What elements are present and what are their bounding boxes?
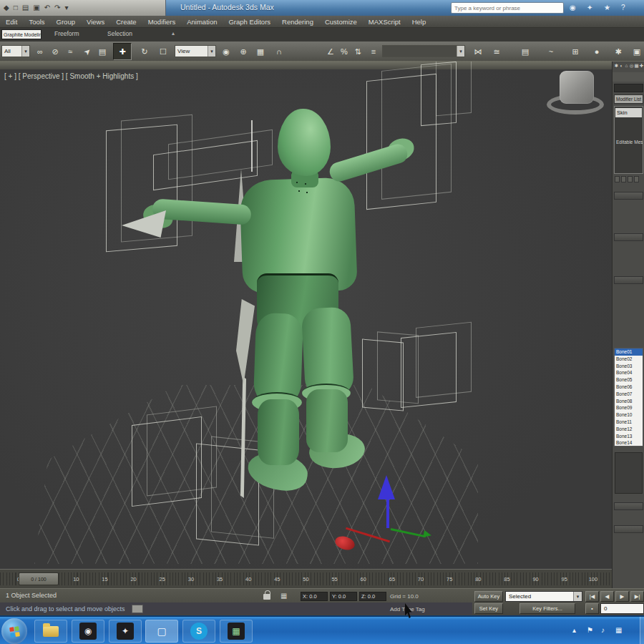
selection-filter-dropdown[interactable]: All xyxy=(1,45,30,57)
bone-list-item[interactable]: Bone08 xyxy=(615,398,643,405)
tab-hierarchy-icon[interactable]: ⌂ xyxy=(624,63,629,68)
auto-key-button[interactable]: Auto Key xyxy=(474,591,503,602)
select-object-icon[interactable]: ➤ xyxy=(80,42,94,62)
perspective-viewport[interactable]: [ + ] [ Perspective ] [ Smooth + Highlig… xyxy=(0,62,612,569)
x-coordinate-field[interactable]: X: 0.0 xyxy=(301,592,328,601)
set-key-button[interactable]: Set Key xyxy=(474,603,503,614)
bone-envelope-box[interactable] xyxy=(362,338,404,411)
go-to-start-button[interactable]: |◀ xyxy=(585,591,599,602)
ribbon-tab-selection[interactable]: Selection xyxy=(107,30,132,37)
tab-utilities-icon[interactable]: ✚ xyxy=(639,63,644,69)
bone-list-item[interactable]: Bone07 xyxy=(615,391,643,398)
track-bar-ruler[interactable]: 0510152025303540455055606570758085909510… xyxy=(0,569,612,588)
taskbar-skype-button[interactable]: S xyxy=(182,620,215,643)
tray-volume-icon[interactable]: ♪ xyxy=(601,626,605,634)
select-and-move-icon[interactable]: ✚ xyxy=(113,43,132,60)
stack-button[interactable] xyxy=(634,176,639,182)
align-icon[interactable]: ≅ xyxy=(489,42,504,62)
bone-list-item[interactable]: Bone05 xyxy=(615,376,643,384)
tray-action-center-icon[interactable]: ⚑ xyxy=(587,626,593,634)
undo-icon[interactable]: ↶ xyxy=(44,0,50,16)
bone-envelope-box[interactable] xyxy=(421,62,457,126)
absolute-offset-mode-icon[interactable]: ▦ xyxy=(280,592,287,600)
bind-to-space-warp-icon[interactable]: ≈ xyxy=(63,42,77,62)
gizmo-z-axis-icon[interactable] xyxy=(378,475,395,499)
material-editor-icon[interactable]: ● xyxy=(590,42,604,62)
tray-show-hidden-icon[interactable]: ▴ xyxy=(572,626,576,634)
snap-toggle-icon[interactable]: ∩ xyxy=(272,42,286,62)
taskbar-app-button[interactable]: ◉ xyxy=(72,620,104,643)
application-button-icon[interactable]: ◆ xyxy=(4,0,9,16)
menu-help[interactable]: Help xyxy=(406,16,432,27)
tab-display-icon[interactable]: ▦ xyxy=(634,63,639,69)
show-desktop-button[interactable] xyxy=(640,617,644,644)
bone-list-item[interactable]: Bone14 xyxy=(615,439,643,447)
menu-create[interactable]: Create xyxy=(110,16,142,27)
percent-snap-icon[interactable]: % xyxy=(337,42,351,62)
y-coordinate-field[interactable]: Y: 0.0 xyxy=(330,592,357,601)
layer-manager-icon[interactable]: ▤ xyxy=(518,42,532,62)
modifier-stack-item[interactable]: Editable Mesh xyxy=(616,140,643,145)
taskbar-app-button[interactable]: ✦ xyxy=(109,620,142,643)
unlink-selection-icon[interactable]: ⊘ xyxy=(48,42,62,62)
search-icon[interactable]: ◉ xyxy=(570,2,576,14)
angle-snap-icon[interactable]: ∠ xyxy=(323,42,338,62)
taskbar-app-button[interactable]: ▦ xyxy=(220,620,253,643)
rendered-frame-window-icon[interactable]: ▣ xyxy=(630,42,644,62)
tab-motion-icon[interactable]: ◎ xyxy=(629,63,634,69)
rollout-header[interactable] xyxy=(614,525,643,533)
bone-list-item[interactable]: Bone03 xyxy=(615,363,643,370)
bone-list-item[interactable]: Bone09 xyxy=(615,404,643,411)
bone-envelope-box[interactable] xyxy=(401,332,457,408)
character-left-calf[interactable] xyxy=(258,399,299,465)
time-slider-handle[interactable]: 0 / 100 xyxy=(19,572,59,585)
menu-edit[interactable]: Edit xyxy=(0,16,23,27)
play-button[interactable]: ▶ xyxy=(615,591,629,602)
mirror-icon[interactable]: ⋈ xyxy=(471,42,485,62)
reference-coordinate-system-dropdown[interactable]: View xyxy=(175,45,216,57)
schematic-view-icon[interactable]: ⊞ xyxy=(568,42,582,62)
select-and-manipulate-icon[interactable]: ⊕ xyxy=(236,42,250,62)
help-icon[interactable]: ? xyxy=(621,2,625,14)
selection-lock-icon[interactable] xyxy=(263,594,270,600)
tray-network-icon[interactable]: ▦ xyxy=(615,626,622,634)
curve-editor-icon[interactable]: ~ xyxy=(544,42,558,62)
stack-button[interactable] xyxy=(615,176,620,182)
render-setup-icon[interactable]: ✱ xyxy=(611,42,625,62)
character-head[interactable] xyxy=(278,109,331,176)
bone-list-item[interactable]: Bone13 xyxy=(615,433,643,440)
z-coordinate-field[interactable]: Z: 0.0 xyxy=(359,592,386,601)
stack-button[interactable] xyxy=(621,176,626,182)
character-right-calf[interactable] xyxy=(306,389,348,452)
bone-list-item[interactable]: Bone02 xyxy=(615,356,643,363)
save-file-icon[interactable]: ▣ xyxy=(33,0,39,16)
maxscript-mini-listener[interactable] xyxy=(132,605,143,613)
bone-list-item[interactable]: Bone11 xyxy=(615,419,643,426)
keyboard-shortcut-override-icon[interactable]: ▦ xyxy=(253,42,268,62)
menu-customize[interactable]: Customize xyxy=(319,16,363,27)
object-name-field[interactable] xyxy=(614,84,643,92)
menu-rendering[interactable]: Rendering xyxy=(276,16,319,27)
bone-list-item[interactable]: Bone12 xyxy=(615,426,643,433)
redo-icon[interactable]: ↷ xyxy=(54,0,60,16)
gizmo-y-axis-icon[interactable] xyxy=(423,530,432,539)
bone-list-item[interactable]: Bone04 xyxy=(615,369,643,376)
start-button[interactable] xyxy=(1,618,27,644)
named-selection-sets-dropdown[interactable] xyxy=(382,45,465,57)
menu-tools[interactable]: Tools xyxy=(23,16,50,27)
ribbon-tab-freeform[interactable]: Freeform xyxy=(54,30,79,37)
rollout-header[interactable] xyxy=(614,233,643,241)
new-file-icon[interactable]: □ xyxy=(14,0,18,16)
ribbon-panel-dropdown[interactable]: Graphite Modeling Tools xyxy=(1,29,42,39)
bone-list-item[interactable]: Bone10 xyxy=(615,411,643,419)
edit-named-selection-sets-icon[interactable]: ≡ xyxy=(366,42,381,62)
key-mode-toggle[interactable]: ▪ xyxy=(585,603,599,614)
use-pivot-point-center-icon[interactable]: ◉ xyxy=(219,42,233,62)
viewport-label[interactable]: [ + ] [ Perspective ] [ Smooth + Highlig… xyxy=(4,72,138,80)
key-filters-button[interactable]: Key Filters... xyxy=(519,603,575,614)
menu-modifiers[interactable]: Modifiers xyxy=(142,16,182,27)
infocenter-search-input[interactable] xyxy=(451,2,564,14)
viewcube[interactable] xyxy=(560,71,594,104)
rollout-header[interactable] xyxy=(614,192,643,200)
previous-frame-button[interactable]: ◀ xyxy=(600,591,614,602)
